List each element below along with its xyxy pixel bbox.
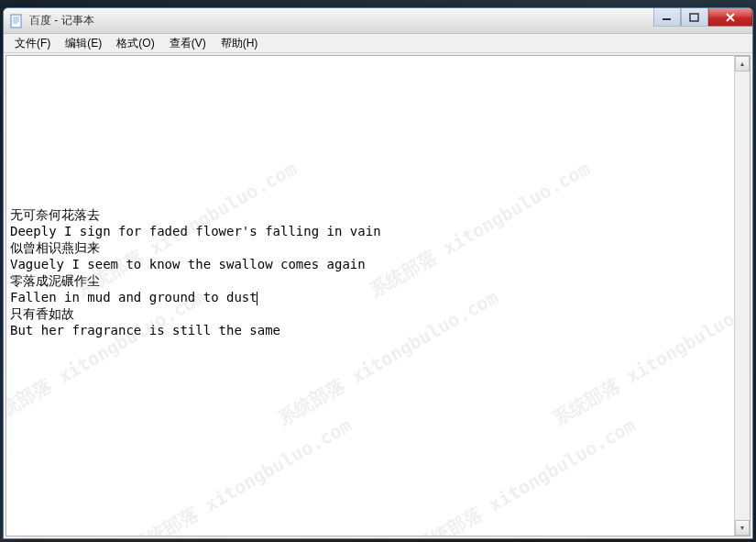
titlebar[interactable]: 百度 - 记事本 [4, 8, 752, 34]
text-editor[interactable]: 系统部落 xitongbuluo.com 系统部落 xitongbuluo.co… [6, 56, 734, 536]
menubar: 文件(F) 编辑(E) 格式(O) 查看(V) 帮助(H) [4, 34, 752, 53]
window-controls [653, 8, 752, 27]
maximize-button[interactable] [681, 8, 708, 27]
menu-file[interactable]: 文件(F) [7, 34, 58, 53]
text-line: 零落成泥碾作尘 [10, 272, 730, 289]
text-line: Deeply I sign for faded flower's falling… [10, 223, 730, 239]
menu-help[interactable]: 帮助(H) [214, 34, 266, 53]
scroll-down-arrow-icon[interactable]: ▾ [735, 520, 750, 536]
text-line: Fallen in mud and ground to dust [10, 289, 730, 305]
menu-view[interactable]: 查看(V) [162, 34, 214, 53]
text-line: 只有香如故 [10, 305, 730, 322]
menu-format[interactable]: 格式(O) [109, 34, 161, 53]
svg-rect-6 [690, 14, 698, 21]
text-line: But her fragrance is still the same [10, 322, 730, 338]
notepad-icon [9, 14, 24, 28]
text-line: Vaguely I seem to know the swallow comes… [10, 256, 730, 272]
text-cursor [257, 292, 257, 305]
vertical-scrollbar[interactable]: ▴ ▾ [734, 56, 750, 536]
text-line: 似曾相识燕归来 [10, 239, 730, 256]
scroll-track[interactable] [735, 72, 750, 520]
svg-rect-5 [663, 18, 671, 20]
close-button[interactable] [708, 8, 752, 27]
watermark: 系统部落 xitongbuluo.com [129, 416, 354, 536]
notepad-window: 百度 - 记事本 文件(F) 编辑(E) 格式(O) 查看(V) 帮助(H) 系… [3, 7, 753, 539]
menu-edit[interactable]: 编辑(E) [58, 34, 109, 53]
window-title: 百度 - 记事本 [29, 13, 94, 28]
watermark: 系统部落 xitongbuluo.com [413, 416, 638, 536]
text-line: 无可奈何花落去 [10, 206, 730, 223]
minimize-button[interactable] [653, 8, 681, 27]
scroll-up-arrow-icon[interactable]: ▴ [735, 56, 750, 72]
editor-container: 系统部落 xitongbuluo.com 系统部落 xitongbuluo.co… [5, 55, 751, 536]
